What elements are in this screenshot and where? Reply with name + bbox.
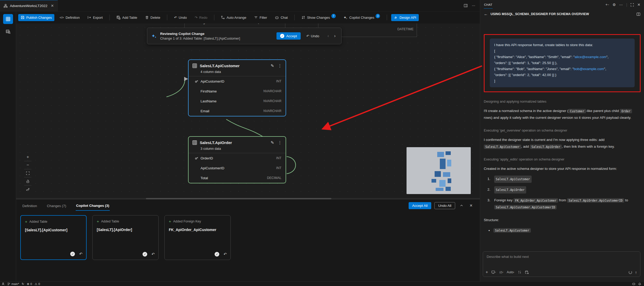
undo-change-icon[interactable]: ↶ bbox=[151, 252, 155, 257]
chat-conversation[interactable]: I have this API response format, create … bbox=[480, 19, 644, 248]
remote-icon[interactable] bbox=[2, 282, 5, 285]
undo-change-icon[interactable]: ↶ bbox=[79, 252, 82, 256]
next-change-icon[interactable]: › bbox=[334, 34, 336, 38]
code-chip: SalesLT.ApiCustomer bbox=[494, 176, 532, 183]
maximize-panel-icon[interactable] bbox=[630, 3, 634, 7]
agent-status: Executing 'apply_edits' operation on sch… bbox=[484, 157, 641, 161]
copilot-change-card[interactable]: + Added Table [SalesLT].[ApiCustomer] ✓ … bbox=[20, 215, 87, 260]
more-actions-icon[interactable]: ⋯ bbox=[472, 4, 475, 8]
undo-button[interactable]: ↶ Undo bbox=[171, 14, 189, 21]
new-chat-icon[interactable]: ＋› bbox=[604, 2, 609, 7]
table-menu-icon[interactable]: ⋮ bbox=[278, 140, 282, 145]
table-node-apicustomer[interactable]: SalesLT.ApiCustomer ✎ ⋮ 4 column data Ap… bbox=[188, 59, 286, 116]
problems-indicator[interactable]: ⊗0 ⚠0 bbox=[27, 282, 40, 286]
chat-input-box[interactable]: + › ⟨/⟩› Auto› ↑ bbox=[483, 251, 640, 277]
undo-change-icon[interactable]: ↶ bbox=[223, 252, 227, 257]
gear-icon[interactable]: ⚙ bbox=[613, 3, 616, 7]
editor-tab-bar: AdventureWorksLT2022 ✕ ⋯ bbox=[0, 0, 480, 11]
redo-button[interactable]: ↷ Redo bbox=[192, 14, 210, 21]
publish-changes-button[interactable]: Publish Changes bbox=[18, 14, 54, 21]
database-warning-icon[interactable] bbox=[525, 270, 529, 274]
chat-input[interactable] bbox=[486, 254, 637, 265]
screen-context-icon[interactable]: › bbox=[491, 270, 496, 274]
schema-diagram-view-button[interactable] bbox=[3, 14, 13, 24]
back-icon[interactable]: ← bbox=[484, 12, 488, 16]
model-picker[interactable]: Auto› bbox=[507, 270, 514, 274]
email-link[interactable]: alice@example.com bbox=[575, 55, 606, 59]
table-row[interactable]: ApiCustomerID INT bbox=[189, 163, 286, 173]
copilot-changes-button[interactable]: ✦✧ Copilot Changes 3 bbox=[341, 14, 383, 21]
add-context-icon[interactable]: + bbox=[486, 270, 488, 275]
accept-all-button[interactable]: Accept All bbox=[409, 202, 431, 209]
table-menu-icon[interactable]: ⋮ bbox=[278, 63, 282, 68]
undo-icon: ↶ bbox=[306, 34, 309, 38]
lock-canvas-button[interactable] bbox=[23, 177, 32, 185]
export-button[interactable]: Export bbox=[85, 14, 105, 21]
table-row[interactable]: Total DECIMAL bbox=[189, 173, 286, 183]
edit-table-icon[interactable]: ✎ bbox=[271, 140, 274, 145]
auto-layout-button[interactable] bbox=[23, 185, 32, 193]
table-row[interactable]: FirstName NVARCHAR bbox=[189, 86, 286, 96]
schema-icon bbox=[4, 4, 8, 8]
filter-button[interactable]: Filter bbox=[252, 14, 270, 21]
accept-change-icon[interactable]: ✓ bbox=[215, 252, 219, 257]
table-row[interactable]: OrderID INT bbox=[189, 153, 286, 163]
tab-close-icon[interactable]: ✕ bbox=[51, 4, 54, 8]
previous-change-icon[interactable]: ‹ bbox=[327, 34, 329, 38]
zoom-in-button[interactable]: + bbox=[23, 153, 32, 161]
status-bar: main* ↻ ⊗0 ⚠0 bbox=[0, 281, 644, 286]
tab-changes[interactable]: Changes (7) bbox=[46, 201, 67, 210]
table-row[interactable]: LastName NVARCHAR bbox=[189, 96, 286, 106]
table-subtitle: 4 column data bbox=[189, 68, 286, 76]
undo-all-button[interactable]: Undo All bbox=[434, 202, 455, 209]
chat-button[interactable]: Chat bbox=[272, 14, 290, 21]
copilot-change-card[interactable]: + Added Table [SalesLT].[ApiOrder] ✓ ↶ bbox=[92, 215, 159, 260]
chat-panel-tab[interactable]: CHAT bbox=[484, 1, 493, 9]
close-panel-icon[interactable]: ✕ bbox=[637, 3, 640, 7]
table-row[interactable]: ApiCustomerID INT bbox=[189, 76, 286, 86]
send-icon[interactable]: ↑ bbox=[635, 270, 637, 275]
sync-indicator[interactable]: ↻ bbox=[22, 282, 24, 286]
table-node-apiorder[interactable]: SalesLT.ApiOrder ✎ ⋮ 3 column data Order… bbox=[188, 136, 286, 183]
tab-adventureworks[interactable]: AdventureWorksLT2022 ✕ bbox=[0, 0, 58, 11]
collapse-panel-icon[interactable] bbox=[458, 203, 465, 208]
fit-view-button[interactable] bbox=[23, 169, 32, 177]
email-link[interactable]: bob@example.com bbox=[574, 67, 604, 71]
split-editor-icon[interactable] bbox=[464, 4, 468, 8]
tab-copilot-changes[interactable]: Copilot Changes (3) bbox=[76, 201, 110, 211]
accept-change-icon[interactable]: ✓ bbox=[70, 252, 75, 256]
bell-icon[interactable] bbox=[638, 282, 641, 285]
more-icon[interactable]: ⋯ bbox=[619, 3, 623, 7]
edit-table-icon[interactable]: ✎ bbox=[271, 63, 274, 68]
list-item: 1.SalesLT.ApiCustomer bbox=[484, 176, 641, 183]
schema-minimap[interactable] bbox=[407, 147, 471, 194]
code-chip: SalesLT.ApiOrder bbox=[494, 186, 526, 194]
schema-filter-view-button[interactable] bbox=[3, 27, 13, 36]
tools-icon[interactable] bbox=[518, 270, 521, 274]
show-changes-button[interactable]: Show Changes 7 bbox=[299, 14, 338, 21]
copilot-status-icon[interactable] bbox=[632, 282, 635, 285]
branch-indicator[interactable]: main* bbox=[7, 282, 19, 285]
delete-button[interactable]: Delete bbox=[143, 14, 163, 21]
code-chip: SalesLT.ApiOrder.ApiCustomerID bbox=[567, 198, 624, 203]
tab-definition[interactable]: Definition bbox=[22, 201, 37, 210]
review-subtitle: Change 1 of 3: Added Table: [SalesLT].[A… bbox=[160, 36, 240, 40]
mode-icon[interactable]: ⟨/⟩› bbox=[499, 271, 503, 274]
accept-change-icon[interactable]: ✓ bbox=[143, 252, 147, 257]
open-in-editor-icon[interactable] bbox=[636, 12, 640, 16]
undo-change-button[interactable]: ↶ Undo bbox=[304, 32, 321, 40]
table-row[interactable]: Email NVARCHAR bbox=[189, 106, 286, 116]
design-api-button[interactable]: Design API bbox=[391, 14, 419, 21]
sparkle-icon: ✦✧ bbox=[344, 15, 347, 20]
list-item: 3. Foreign key FK_ApiOrder_ApiCustomer f… bbox=[484, 197, 641, 210]
filter-icon bbox=[254, 16, 258, 19]
schema-canvas[interactable]: rowguid UNIQUEIDENTIFIER rowguid Date DA… bbox=[16, 23, 480, 199]
add-table-button[interactable]: Add Table bbox=[114, 14, 140, 21]
close-panel-icon[interactable]: ✕ bbox=[468, 203, 474, 208]
accept-change-button[interactable]: ✓ Accept bbox=[276, 32, 300, 40]
compare-changes-icon bbox=[301, 16, 305, 19]
definition-button[interactable]: </> Definition bbox=[57, 14, 82, 21]
copilot-change-card[interactable]: + Added Foreign Key FK_ApiOrder_ApiCusto… bbox=[164, 215, 231, 260]
auto-arrange-button[interactable]: Auto Arrange bbox=[218, 14, 249, 21]
zoom-out-button[interactable]: − bbox=[23, 161, 32, 169]
